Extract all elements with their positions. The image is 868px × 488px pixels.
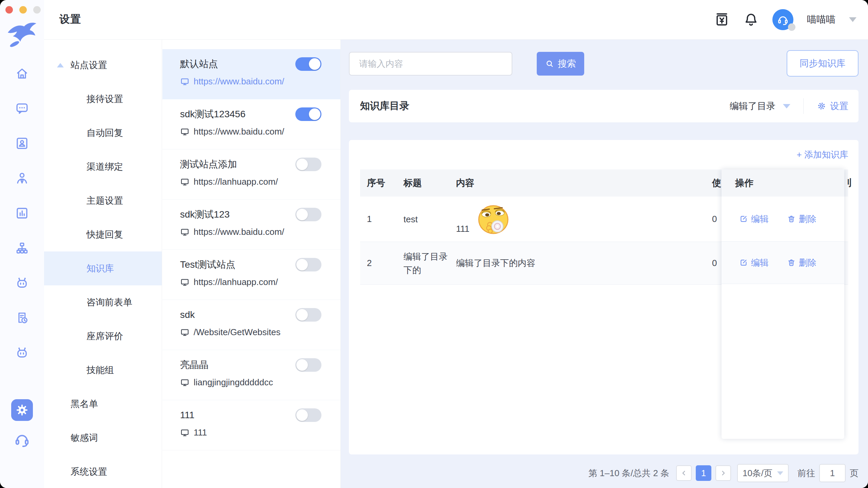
column-header-actions: 操作 (722, 169, 844, 197)
site-toggle[interactable] (295, 57, 321, 71)
site-toggle[interactable] (295, 408, 321, 422)
monitor-icon (180, 278, 190, 287)
site-item[interactable]: 亮晶晶 liangjingjingdddddcc (162, 350, 340, 400)
sidebar-item-chat[interactable] (13, 99, 31, 118)
monitor-icon (180, 127, 190, 137)
delete-button[interactable]: 删除 (787, 257, 816, 269)
site-item[interactable]: 111 111 (162, 400, 340, 450)
prev-page-button[interactable] (676, 465, 692, 481)
menu-item-knowledge-base[interactable]: 知识库 (44, 251, 162, 285)
monitor-icon (180, 227, 190, 237)
agent-icon (15, 171, 29, 185)
trash-icon (787, 258, 796, 267)
site-url: https://lanhuapp.com/ (194, 177, 278, 187)
gear-icon (16, 404, 28, 416)
edit-icon (739, 258, 748, 267)
site-url: /Website/GetWebsites (194, 327, 280, 338)
site-item[interactable]: 测试站点添加 https://lanhuapp.com/ (162, 149, 340, 200)
site-name: 111 (180, 410, 195, 421)
robot-icon (15, 346, 29, 360)
site-name: 测试站点添加 (180, 158, 237, 171)
site-toggle[interactable] (295, 258, 321, 271)
cell-index: 2 (360, 258, 403, 268)
site-toggle[interactable] (295, 208, 321, 221)
settings-menu: 站点设置 接待设置 自动回复 渠道绑定 主题设置 快捷回复 知识库 咨询前表单 … (44, 40, 162, 488)
sidebar-item-structure[interactable] (13, 239, 31, 257)
gear-icon (816, 101, 827, 111)
sidebar-item-contacts[interactable] (13, 134, 31, 152)
sidebar-item-support[interactable] (14, 431, 31, 448)
sidebar-item-robot[interactable] (13, 274, 31, 292)
maximize-window-button[interactable] (33, 6, 41, 14)
directory-settings-button[interactable]: 设置 (816, 100, 848, 112)
menu-item-pre-chat-form[interactable]: 咨询前表单 (44, 285, 162, 319)
sidebar-item-reports[interactable] (13, 309, 31, 327)
vertical-divider (803, 98, 804, 114)
menu-item-blacklist[interactable]: 黑名单 (44, 387, 162, 421)
monitor-icon (180, 77, 190, 86)
pagination: 第 1–10 条/总共 2 条 1 10条/页 前往 1 页 (589, 464, 859, 482)
column-header-content: 内容 (451, 177, 712, 189)
menu-item-skill-group[interactable]: 技能组 (44, 353, 162, 387)
site-name: sdk (180, 309, 195, 320)
edit-button[interactable]: 编辑 (739, 213, 769, 225)
sidebar-item-agents[interactable] (13, 169, 31, 187)
monitor-icon (180, 378, 190, 387)
site-item[interactable]: sdk /Website/GetWebsites (162, 300, 340, 350)
site-toggle[interactable] (295, 107, 321, 121)
monitor-icon (180, 177, 190, 187)
sync-knowledge-base-button[interactable]: 同步知识库 (787, 50, 859, 77)
sidebar-item-home[interactable] (13, 64, 31, 83)
site-url: liangjingjingdddddcc (194, 377, 273, 388)
goto-page-input[interactable]: 1 (819, 464, 846, 482)
chevron-right-icon (719, 469, 727, 477)
cell-content-text: 111 (456, 224, 470, 234)
sidebar-item-robot-2[interactable] (13, 344, 31, 362)
minimize-window-button[interactable] (19, 6, 27, 14)
site-item[interactable]: sdk测试123456 https://www.baidu.com/ (162, 99, 340, 149)
page-size-select[interactable]: 10条/页 (737, 464, 789, 482)
site-url: https://www.baidu.com/ (194, 126, 284, 137)
report-clock-icon (15, 311, 29, 325)
site-toggle[interactable] (295, 358, 321, 372)
cell-index: 1 (360, 214, 403, 224)
menu-item-sensitive-words[interactable]: 敏感词 (44, 421, 162, 455)
menu-item-system-settings[interactable]: 系统设置 (44, 455, 162, 488)
site-item[interactable]: sdk测试123 https://www.baidu.com/ (162, 200, 340, 250)
current-page-button[interactable]: 1 (696, 465, 711, 481)
site-toggle[interactable] (295, 308, 321, 322)
next-page-button[interactable] (715, 465, 731, 481)
site-toggle[interactable] (295, 158, 321, 171)
sitemap-icon (15, 241, 29, 255)
site-name: sdk测试123 (180, 208, 230, 221)
menu-item-channel-binding[interactable]: 渠道绑定 (44, 150, 162, 184)
menu-item-reception[interactable]: 接待设置 (44, 82, 162, 116)
site-name: 默认站点 (180, 58, 218, 70)
site-item[interactable]: Test测试站点 https://lanhuapp.com/ (162, 250, 340, 300)
add-knowledge-base-link[interactable]: + 添加知识库 (797, 149, 848, 161)
menu-item-theme[interactable]: 主题设置 (44, 184, 162, 218)
avatar[interactable] (772, 9, 793, 30)
monitor-icon (180, 428, 190, 438)
search-input[interactable]: 请输入内容 (349, 52, 512, 76)
cell-content-text: 编辑了目录下的内容 (451, 257, 712, 269)
site-item[interactable]: 默认站点 https://www.baidu.com/ (162, 49, 340, 99)
column-header-index: 序号 (360, 177, 403, 189)
sidebar-item-statistics[interactable] (13, 204, 31, 222)
page-title: 设置 (59, 12, 81, 26)
edit-button[interactable]: 编辑 (739, 257, 769, 269)
billing-icon[interactable] (714, 12, 730, 27)
menu-item-quick-reply[interactable]: 快捷回复 (44, 218, 162, 251)
directory-dropdown[interactable]: 编辑了目录 (730, 100, 790, 112)
menu-item-agent-rating[interactable]: 座席评价 (44, 319, 162, 353)
cell-title: 编辑了目录下的 (403, 250, 451, 277)
delete-button[interactable]: 删除 (787, 213, 816, 225)
close-window-button[interactable] (5, 6, 13, 14)
search-button[interactable]: 搜索 (537, 52, 584, 76)
menu-item-auto-reply[interactable]: 自动回复 (44, 116, 162, 150)
menu-item-site-settings[interactable]: 站点设置 (44, 48, 162, 82)
search-icon (545, 59, 554, 68)
sidebar-item-settings-active[interactable] (11, 399, 33, 421)
notification-bell-icon[interactable] (743, 12, 759, 27)
user-menu-chevron-down-icon[interactable] (849, 17, 856, 22)
